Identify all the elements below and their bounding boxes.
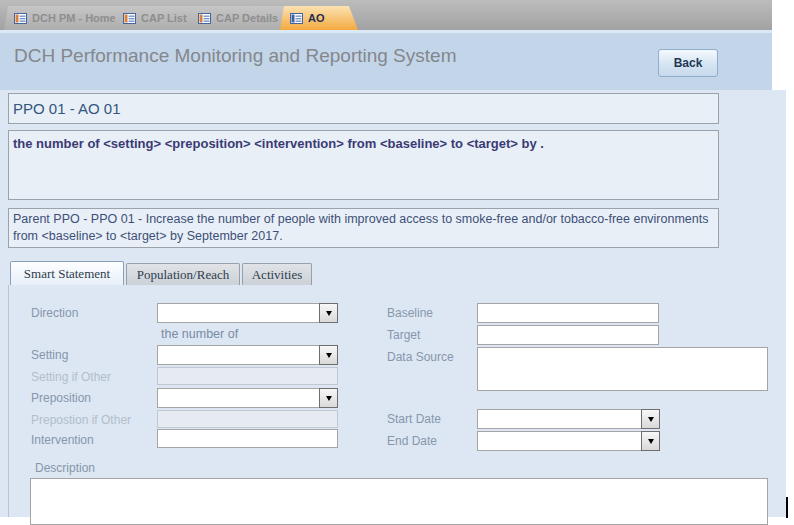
form-icon — [198, 13, 211, 24]
baseline-label: Baseline — [387, 306, 433, 320]
end-date-label: End Date — [387, 434, 437, 448]
form-icon — [123, 13, 136, 24]
parent-ppo-text: Parent PPO - PPO 01 - Increase the numbe… — [9, 209, 718, 247]
direction-label: Direction — [31, 306, 78, 320]
page-title: DCH Performance Monitoring and Reporting… — [14, 45, 456, 67]
tab-label: Activities — [252, 267, 303, 283]
tab-page-border — [8, 285, 9, 517]
setting-if-other-label: Setting if Other — [31, 370, 111, 384]
dropdown-arrow-icon[interactable] — [641, 431, 660, 451]
form-icon — [290, 13, 303, 24]
preposition-if-other-field[interactable] — [157, 410, 338, 428]
tab-activities[interactable]: Activities — [242, 263, 312, 285]
dropdown-arrow-icon[interactable] — [319, 303, 338, 323]
tab-smart-statement[interactable]: Smart Statement — [10, 261, 124, 285]
preposition-if-other-label: Prepostion if Other — [31, 413, 131, 427]
preposition-combobox[interactable] — [157, 388, 338, 408]
direction-helper-text: the number of — [161, 327, 238, 341]
document-tab-bar: DCH PM - Home CAP List CAP Details AO — [0, 0, 772, 30]
form-header: DCH Performance Monitoring and Reporting… — [0, 30, 772, 90]
text-cursor-artifact — [786, 497, 788, 518]
doc-tab-label: DCH PM - Home — [32, 12, 116, 24]
target-field[interactable] — [477, 325, 659, 345]
smart-statement-box: the number of <setting> <preposition> <i… — [8, 130, 719, 200]
dropdown-arrow-icon[interactable] — [319, 388, 338, 408]
tab-population-reach[interactable]: Population/Reach — [126, 263, 240, 285]
dropdown-arrow-icon[interactable] — [641, 409, 660, 429]
target-label: Target — [387, 328, 420, 342]
setting-if-other-field[interactable] — [157, 367, 338, 385]
start-date-label: Start Date — [387, 412, 441, 426]
doc-tab-label: AO — [308, 12, 325, 24]
record-title-box: PPO 01 - AO 01 — [8, 93, 719, 124]
description-field[interactable] — [30, 478, 768, 525]
setting-combobox[interactable] — [157, 345, 338, 365]
doc-tab-dch-pm-home[interactable]: DCH PM - Home — [4, 6, 131, 30]
data-source-label: Data Source — [387, 350, 454, 364]
back-button[interactable]: Back — [658, 49, 718, 77]
record-title: PPO 01 - AO 01 — [9, 94, 718, 123]
direction-combobox[interactable] — [157, 303, 338, 323]
setting-label: Setting — [31, 348, 68, 362]
doc-tab-label: CAP List — [141, 12, 187, 24]
intervention-label: Intervention — [31, 433, 94, 447]
doc-tab-ao[interactable]: AO — [280, 6, 358, 30]
tab-label: Smart Statement — [24, 266, 110, 282]
form-icon — [14, 13, 27, 24]
start-date-combobox[interactable] — [477, 409, 660, 429]
dropdown-arrow-icon[interactable] — [319, 345, 338, 365]
description-label: Description — [35, 461, 95, 475]
data-source-field[interactable] — [477, 347, 768, 391]
end-date-combobox[interactable] — [477, 431, 660, 451]
smart-statement-text: the number of <setting> <preposition> <i… — [9, 131, 718, 156]
parent-ppo-box: Parent PPO - PPO 01 - Increase the numbe… — [8, 208, 719, 248]
tab-label: Population/Reach — [137, 267, 229, 283]
app-window: DCH PM - Home CAP List CAP Details AO DC… — [0, 0, 794, 525]
baseline-field[interactable] — [477, 303, 659, 323]
intervention-field[interactable] — [157, 429, 338, 448]
preposition-label: Preposition — [31, 391, 91, 405]
doc-tab-label: CAP Details — [216, 12, 278, 24]
